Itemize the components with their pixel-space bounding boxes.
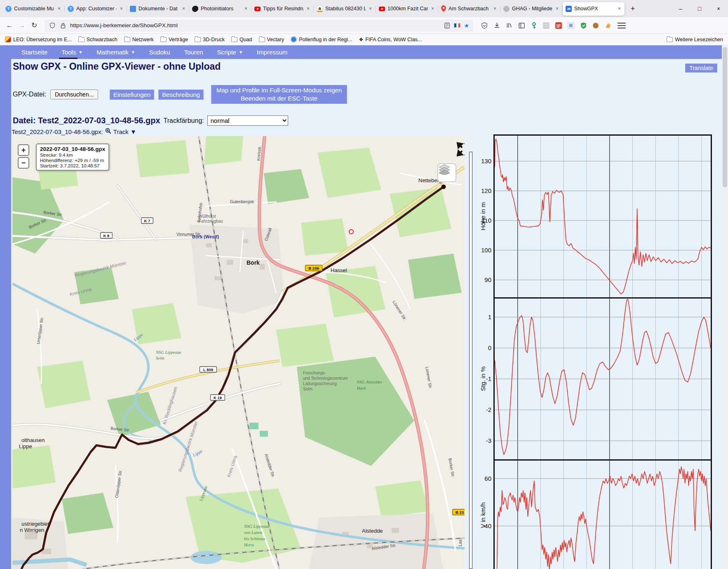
url-text[interactable]: https://www.j-berkemeier.de/ShowGPX.html [70,22,440,28]
bookmark-item[interactable]: Schwarzbach [78,36,117,42]
chevron-down-icon: ▼ [78,50,82,54]
browser-tab[interactable]: TCustomizable Mu× [2,2,64,16]
browser-tab[interactable]: Am Schwarzbach× [438,2,500,16]
track-start-dot [441,185,446,189]
bookmark-item[interactable]: LEO: Übersetzung im E... [5,36,72,42]
shield-icon[interactable] [49,22,56,29]
translate-button[interactable]: Translate [685,63,717,73]
bookmark-item[interactable]: Pollenflug in der Regi... [291,36,352,42]
jb-favicon: JB [566,6,572,12]
browser-tab[interactable]: TApp: Customizer -× [65,2,127,16]
bookmark-item[interactable]: Verträge [160,36,188,42]
map[interactable]: NettebergeGutenbergstr.Bahnhofstr.Wüllho… [12,136,465,569]
nav-item-scripte[interactable]: Scripte▼ [211,46,249,58]
bookmarks-bar: LEO: Übersetzung im E...SchwarzbachNetzw… [0,34,728,45]
r-extension-icon[interactable]: R [567,22,575,29]
back-button[interactable]: ← [3,19,16,32]
tab-close-icon[interactable]: × [57,6,61,12]
tab-close-icon[interactable]: × [430,6,435,12]
zoom-to-track-icon[interactable] [105,128,111,135]
browse-button[interactable]: Durchsuchen... [50,89,98,99]
road-badge: B 23 [453,509,465,515]
tab-close-icon[interactable]: × [368,6,373,12]
nav-label: Scripte [217,49,237,56]
cookie-icon[interactable] [592,22,599,29]
svg-text:R: R [569,23,573,28]
nav-item-sudoku[interactable]: Sudoku [143,46,176,58]
sidebar-icon[interactable] [518,22,525,29]
tab-close-icon[interactable]: × [617,6,622,12]
menu-icon[interactable] [618,23,626,28]
nav-item-impressum[interactable]: Impressum [251,46,293,58]
description-button[interactable]: Beschreibung [158,89,204,100]
map-label: Selm [303,387,312,391]
browser-tab[interactable]: GHAG - Mitgliede× [500,2,562,16]
close-button[interactable]: × [709,0,728,17]
page-scrollbar[interactable] [722,45,728,569]
elevation-chart[interactable] [495,136,711,299]
tab-close-icon[interactable]: × [493,6,497,12]
downloads-icon[interactable] [493,22,500,29]
browser-tab[interactable]: Dokumente - Dat× [127,2,189,16]
tampermonkey-icon[interactable] [542,22,550,29]
bookmark-item[interactable]: 3D-Druck [195,36,225,42]
pdf-extension-icon[interactable] [555,22,562,29]
reader-mode-icon[interactable] [443,22,451,29]
library-icon[interactable] [505,22,513,29]
antivirus-shield-icon[interactable] [580,22,587,29]
browser-tab[interactable]: Tipps für Resindru× [251,2,313,16]
trackcolor-select[interactable]: normal [207,115,288,126]
minimize-button[interactable]: – [671,0,690,17]
maximize-button[interactable]: □ [690,0,709,17]
tab-title: Photoinitiators [201,6,241,12]
road-badge: K 19 [211,395,225,400]
url-bar[interactable]: https://www.j-berkemeier.de/ShowGPX.html… [45,19,473,32]
bookmark-other[interactable]: Weitere Lesezeichen [667,37,723,42]
fox-extension-icon[interactable] [604,22,612,29]
pocket-icon[interactable] [481,22,488,29]
map-label: Kr. Recklinghausen [162,386,178,425]
browser-tab[interactable]: aStabilus 082430 LI× [314,2,376,16]
bookmark-item[interactable]: Vectary [259,36,284,42]
layers-button[interactable] [437,163,456,182]
nav-item-tools[interactable]: Tools▼ [56,46,88,58]
gradient-chart[interactable] [495,299,711,461]
nav-item-touren[interactable]: Touren [178,46,209,58]
tab-close-icon[interactable]: × [181,6,186,12]
nav-item-mathematik[interactable]: Mathematik▼ [91,46,141,58]
nav-item-startseite[interactable]: Startseite [16,46,53,58]
reload-button[interactable]: ↻ [28,19,40,32]
tab-close-icon[interactable]: × [306,6,310,12]
tab-title: GHAG - Mitgliede [512,6,552,12]
translate-flag-icon[interactable] [454,23,460,28]
forward-button[interactable]: → [16,19,28,32]
speed-chart[interactable] [495,461,711,569]
zoom-in-button[interactable]: + [18,144,29,156]
tab-close-icon[interactable]: × [555,6,559,12]
axis-tick-label: 130 [474,158,491,165]
tab-close-icon[interactable]: × [119,6,124,12]
new-tab-button[interactable]: + [627,2,639,15]
bookmark-label: Netzwerk [132,37,154,42]
map-zoom-controls: + − [18,144,29,169]
bookmark-item[interactable]: ❖FIFA Coins, WoW Clas... [359,36,422,42]
zoom-out-button[interactable]: − [18,157,29,169]
chevron-down-icon: ▼ [131,50,135,54]
profile-scrollbar[interactable] [469,152,472,569]
scrollbar-thumb[interactable] [723,47,727,187]
browser-tab[interactable]: Photoinitiators× [189,2,251,16]
keepass-icon[interactable] [530,22,538,29]
axis-title: Stg. in % [479,356,486,402]
youtube-icon [379,7,385,11]
window-controls: – □ × [671,0,728,17]
bookmark-star-icon[interactable]: ★ [464,22,469,29]
bookmark-item[interactable]: Netzwerk [124,36,154,42]
browser-tab[interactable]: 1000km Fazit Can× [376,2,438,16]
track-menu[interactable]: Track ▼ [113,128,136,135]
bookmark-item[interactable]: Quad [231,36,252,42]
fullscreen-mode-button[interactable]: Map und Profile im Full-Screen-Modus zei… [211,85,347,104]
settings-button[interactable]: Einstellungen [110,89,154,100]
browser-tab[interactable]: JBShowGPX× [563,2,625,16]
info-starttime: Startzeit: 3.7.2022, 10:48:57 [40,163,105,168]
tab-close-icon[interactable]: × [244,6,248,12]
